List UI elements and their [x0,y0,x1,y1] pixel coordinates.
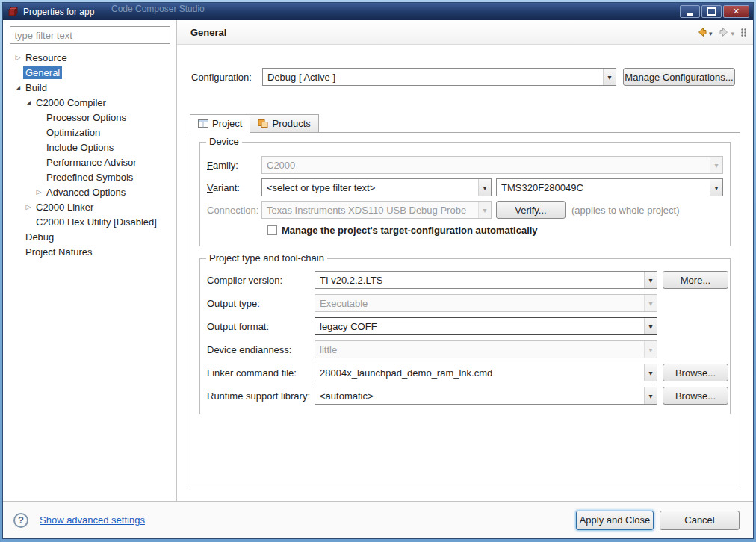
properties-tree: Resource General Build C2000 Compiler [3,50,176,259]
page-title: General [190,27,226,38]
family-row: Family: C2000 [207,156,723,174]
filter-input[interactable] [10,26,170,44]
tree-item-general[interactable]: General [3,65,176,80]
expand-arrow-icon[interactable] [13,54,23,61]
cancel-button[interactable]: Cancel [660,511,740,530]
close-button[interactable] [723,5,749,18]
tab-products[interactable]: Products [250,114,318,133]
dropdown-arrow-icon [644,387,657,404]
forward-history-chevron-icon[interactable] [731,27,734,38]
dropdown-arrow-icon [644,272,657,288]
configuration-combobox[interactable]: Debug [ Active ] [262,68,616,86]
connection-row: Connection: Texas Instruments XDS110 USB… [207,201,723,219]
tree-item-resource[interactable]: Resource [3,50,176,65]
verify-button[interactable]: Verify... [496,201,566,219]
collapse-arrow-icon[interactable] [13,84,23,91]
browse-runtime-button[interactable]: Browse... [663,387,728,405]
variant-row: Variant: <select or type filter text> TM… [207,178,723,196]
back-history-chevron-icon[interactable] [709,27,713,38]
more-button[interactable]: More... [663,271,728,289]
tree-item-project-natures[interactable]: Project Natures [3,244,176,259]
family-label: Family: [207,160,261,171]
products-tab-icon [258,119,268,128]
linker-command-file-label: Linker command file: [207,367,315,379]
dropdown-arrow-icon [710,157,722,173]
tree-item-include-options[interactable]: Include Options [3,140,176,155]
apply-and-close-button[interactable]: Apply and Close [576,511,654,530]
device-group: Device Family: C2000 Variant: <select [199,142,731,246]
output-format-label: Output format: [207,321,315,332]
title-bar[interactable]: Properties for app Code Composer Studio [3,3,753,20]
manage-target-config-label[interactable]: Manage the project's target-configuratio… [282,225,538,236]
tree-item-c2000-hex-utility[interactable]: C2000 Hex Utility [Disabled] [3,214,176,229]
manage-configurations-button[interactable]: Manage Configurations... [623,68,735,86]
output-type-combobox: Executable [315,294,657,312]
collapse-arrow-icon[interactable] [23,99,34,106]
compiler-version-combobox[interactable]: TI v20.2.2.LTS [315,271,657,289]
forward-arrow-icon[interactable] [718,26,730,38]
compiler-version-row: Compiler version: TI v20.2.2.LTS More... [207,271,723,289]
device-endianness-row: Device endianness: little [207,340,723,358]
dropdown-arrow-icon [644,295,657,311]
properties-dialog: Properties for app Code Composer Studio … [2,2,754,539]
expand-arrow-icon[interactable] [23,203,34,211]
project-tab-panel: Device Family: C2000 Variant: <select [190,132,740,485]
compiler-version-label: Compiler version: [207,275,315,286]
browse-linker-button[interactable]: Browse... [663,364,728,381]
connection-label: Connection: [207,205,261,216]
project-tab-icon [198,119,208,128]
device-endianness-label: Device endianness: [207,344,315,355]
tree-item-build[interactable]: Build [3,80,176,95]
maximize-button[interactable] [701,5,722,18]
group-title-device: Device [206,136,242,147]
window-title: Properties for app [23,7,94,17]
tree-item-debug[interactable]: Debug [3,229,176,244]
runtime-support-library-row: Runtime support library: <automatic> Bro… [207,387,723,405]
output-format-combobox[interactable]: legacy COFF [315,317,657,335]
minimize-button[interactable] [680,5,700,18]
app-icon [7,6,19,18]
runtime-support-library-combobox[interactable]: <automatic> [315,387,657,405]
dialog-footer: Show advanced settings Apply and Close C… [3,501,753,538]
toolchain-group: Project type and tool-chain Compiler ver… [199,258,731,414]
family-combobox: C2000 [261,156,723,174]
tree-item-performance-advisor[interactable]: Performance Advisor [3,155,176,169]
dropdown-arrow-icon [478,202,491,218]
expand-arrow-icon[interactable] [34,188,44,196]
runtime-support-library-label: Runtime support library: [207,390,315,402]
configuration-label: Configuration: [191,72,262,83]
tree-item-c2000-compiler[interactable]: C2000 Compiler [3,95,176,110]
output-type-row: Output type: Executable [207,294,723,312]
dropdown-arrow-icon [644,318,657,334]
configuration-row: Configuration: Debug [ Active ] Manage C… [191,67,753,87]
window-controls [678,5,749,18]
tree-item-c2000-linker[interactable]: C2000 Linker [3,199,176,214]
tab-project[interactable]: Project [190,114,250,133]
tree-item-advanced-options[interactable]: Advanced Options [3,184,176,199]
linker-command-file-row: Linker command file: 28004x_launchpad_de… [207,364,723,381]
linker-command-file-combobox[interactable]: 28004x_launchpad_demo_ram_lnk.cmd [315,364,657,381]
view-menu-icon[interactable] [740,28,747,37]
background-window-title: Code Composer Studio [111,4,205,14]
dropdown-arrow-icon [603,69,616,85]
tree-item-optimization[interactable]: Optimization [3,125,176,140]
dropdown-arrow-icon [644,364,657,381]
output-format-row: Output format: legacy COFF [207,317,723,335]
group-title-toolchain: Project type and tool-chain [206,252,327,264]
properties-sidebar: Resource General Build C2000 Compiler [3,20,177,501]
connection-note: (applies to whole project) [571,205,680,216]
variant-combobox[interactable]: TMS320F280049C [496,178,723,196]
device-endianness-combobox: little [315,340,657,358]
tab-bar: Project Products [190,114,753,132]
show-advanced-settings-link[interactable]: Show advanced settings [40,514,145,526]
variant-filter-combobox[interactable]: <select or type filter text> [261,178,492,196]
help-icon[interactable] [13,513,28,528]
general-page: General [177,20,753,501]
tree-item-processor-options[interactable]: Processor Options [3,110,176,125]
dropdown-arrow-icon [478,179,491,196]
back-arrow-icon[interactable] [696,26,708,38]
manage-target-config-checkbox[interactable] [267,225,277,235]
output-type-label: Output type: [207,298,315,309]
page-header: General [177,20,753,45]
tree-item-predefined-symbols[interactable]: Predefined Symbols [3,169,176,184]
